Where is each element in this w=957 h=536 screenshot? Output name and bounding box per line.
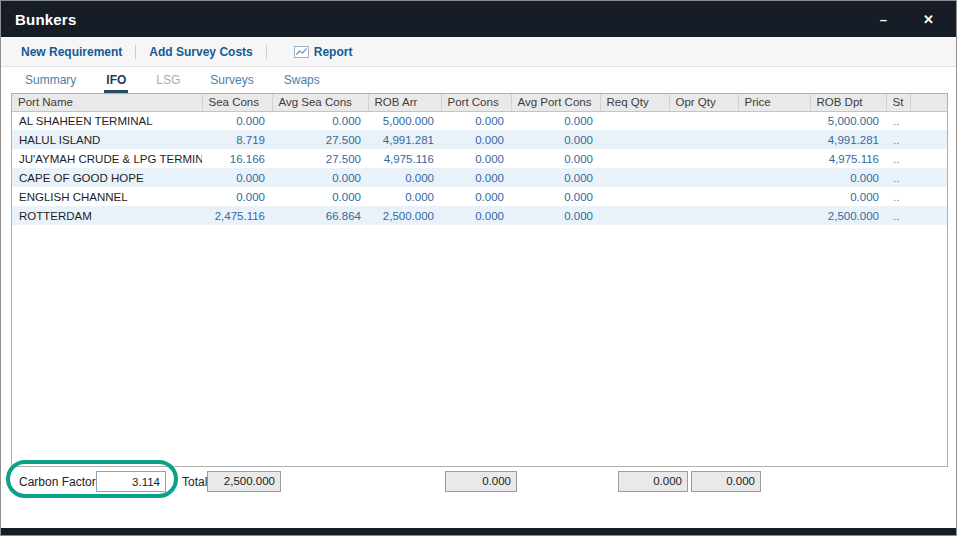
cell-port-cons: 0.000 xyxy=(441,130,511,149)
cell-sea-cons: 0.000 xyxy=(202,168,272,187)
cell-req-qty xyxy=(600,111,669,130)
cell-rob-arr: 0.000 xyxy=(368,168,441,187)
table-row[interactable]: ROTTERDAM2,475.11666.8642,500.0000.0000.… xyxy=(12,206,947,225)
total-label: Total xyxy=(182,475,207,489)
cell-rob-dpt: 0.000 xyxy=(810,168,886,187)
cell-rob-dpt: 0.000 xyxy=(810,187,886,206)
minimize-button[interactable]: – xyxy=(880,13,887,26)
report-button[interactable]: Report xyxy=(294,45,353,59)
carbon-factor-input[interactable] xyxy=(96,471,166,492)
cell-req-qty xyxy=(600,206,669,225)
cell-avg-sea-cons: 0.000 xyxy=(272,168,368,187)
cell-st: .. xyxy=(886,111,910,130)
cell-rob-arr: 4,991.281 xyxy=(368,130,441,149)
column-header-port-name[interactable]: Port Name xyxy=(12,94,202,111)
cell-port-name: ROTTERDAM xyxy=(12,206,202,225)
table-body: AL SHAHEEN TERMINAL0.0000.0005,000.0000.… xyxy=(12,111,947,225)
table-row[interactable]: CAPE OF GOOD HOPE0.0000.0000.0000.0000.0… xyxy=(12,168,947,187)
table-row[interactable]: HALUL ISLAND8.71927.5004,991.2810.0000.0… xyxy=(12,130,947,149)
cell-rob-arr: 5,000.000 xyxy=(368,111,441,130)
toolbar: New Requirement Add Survey Costs Report xyxy=(1,37,956,67)
cell-opr-qty xyxy=(669,149,738,168)
tab-surveys[interactable]: Surveys xyxy=(208,70,255,93)
window-title: Bunkers xyxy=(15,11,76,28)
tab-summary[interactable]: Summary xyxy=(23,70,78,93)
cell-avg-sea-cons: 27.500 xyxy=(272,130,368,149)
cell-st: .. xyxy=(886,206,910,225)
cell-rob-dpt: 5,000.000 xyxy=(810,111,886,130)
report-chart-icon xyxy=(294,46,309,58)
cell-price xyxy=(738,130,810,149)
table-row[interactable]: ENGLISH CHANNEL0.0000.0000.0000.0000.000… xyxy=(12,187,947,206)
add-survey-costs-button[interactable]: Add Survey Costs xyxy=(149,45,252,59)
cell-avg-port-cons: 0.000 xyxy=(511,206,600,225)
bunkers-table: Port Name Sea Cons Avg Sea Cons ROB Arr … xyxy=(11,93,948,467)
column-header-opr-qty[interactable]: Opr Qty xyxy=(669,94,738,111)
cell-rob-dpt: 4,975.116 xyxy=(810,149,886,168)
toolbar-separator xyxy=(135,45,136,59)
tab-swaps[interactable]: Swaps xyxy=(282,70,322,93)
cell-st: .. xyxy=(886,168,910,187)
opr-qty-total-field: 0.000 xyxy=(691,471,761,492)
cell-avg-sea-cons: 27.500 xyxy=(272,149,368,168)
column-header-avg-sea-cons[interactable]: Avg Sea Cons xyxy=(272,94,368,111)
new-requirement-button[interactable]: New Requirement xyxy=(21,45,122,59)
tab-ifo[interactable]: IFO xyxy=(104,70,128,93)
cell-price xyxy=(738,168,810,187)
cell-opr-qty xyxy=(669,187,738,206)
table-row[interactable]: JU'AYMAH CRUDE & LPG TERMIN16.16627.5004… xyxy=(12,149,947,168)
cell-filler xyxy=(910,206,947,225)
column-header-port-cons[interactable]: Port Cons xyxy=(441,94,511,111)
cell-price xyxy=(738,149,810,168)
cell-req-qty xyxy=(600,130,669,149)
column-header-st[interactable]: St xyxy=(886,94,910,111)
cell-port-cons: 0.000 xyxy=(441,111,511,130)
cell-price xyxy=(738,187,810,206)
cell-req-qty xyxy=(600,168,669,187)
tab-lsg[interactable]: LSG xyxy=(154,70,182,93)
cell-avg-port-cons: 0.000 xyxy=(511,130,600,149)
cell-avg-sea-cons: 0.000 xyxy=(272,111,368,130)
cell-avg-sea-cons: 0.000 xyxy=(272,187,368,206)
cell-port-name: CAPE OF GOOD HOPE xyxy=(12,168,202,187)
window-controls: – ✕ xyxy=(880,13,942,26)
column-header-filler xyxy=(910,94,947,111)
column-header-price[interactable]: Price xyxy=(738,94,810,111)
cell-opr-qty xyxy=(669,111,738,130)
cell-port-name: ENGLISH CHANNEL xyxy=(12,187,202,206)
cell-filler xyxy=(910,111,947,130)
table-row[interactable]: AL SHAHEEN TERMINAL0.0000.0005,000.0000.… xyxy=(12,111,947,130)
column-header-rob-dpt[interactable]: ROB Dpt xyxy=(810,94,886,111)
cell-req-qty xyxy=(600,187,669,206)
carbon-factor-label: Carbon Factor xyxy=(19,475,96,489)
cell-port-name: JU'AYMAH CRUDE & LPG TERMIN xyxy=(12,149,202,168)
total-rob-field: 2,500.000 xyxy=(207,471,281,492)
cell-opr-qty xyxy=(669,206,738,225)
cell-req-qty xyxy=(600,149,669,168)
column-header-req-qty[interactable]: Req Qty xyxy=(600,94,669,111)
cell-port-cons: 0.000 xyxy=(441,168,511,187)
close-button[interactable]: ✕ xyxy=(923,13,934,26)
column-header-sea-cons[interactable]: Sea Cons xyxy=(202,94,272,111)
cell-opr-qty xyxy=(669,168,738,187)
cell-sea-cons: 0.000 xyxy=(202,187,272,206)
cell-st: .. xyxy=(886,130,910,149)
cell-rob-dpt: 2,500.000 xyxy=(810,206,886,225)
titlebar: Bunkers – ✕ xyxy=(1,1,956,37)
cell-price xyxy=(738,206,810,225)
cell-sea-cons: 16.166 xyxy=(202,149,272,168)
column-header-rob-arr[interactable]: ROB Arr xyxy=(368,94,441,111)
cell-avg-port-cons: 0.000 xyxy=(511,168,600,187)
cell-avg-port-cons: 0.000 xyxy=(511,187,600,206)
cell-price xyxy=(738,111,810,130)
cell-opr-qty xyxy=(669,130,738,149)
cell-st: .. xyxy=(886,149,910,168)
cell-port-name: HALUL ISLAND xyxy=(12,130,202,149)
column-header-avg-port-cons[interactable]: Avg Port Cons xyxy=(511,94,600,111)
totals-row: Carbon Factor Total 2,500.000 0.000 0.00… xyxy=(1,469,956,495)
cell-filler xyxy=(910,130,947,149)
bunkers-window: Bunkers – ✕ New Requirement Add Survey C… xyxy=(0,0,957,536)
cell-sea-cons: 8.719 xyxy=(202,130,272,149)
cell-port-cons: 0.000 xyxy=(441,206,511,225)
cell-avg-sea-cons: 66.864 xyxy=(272,206,368,225)
